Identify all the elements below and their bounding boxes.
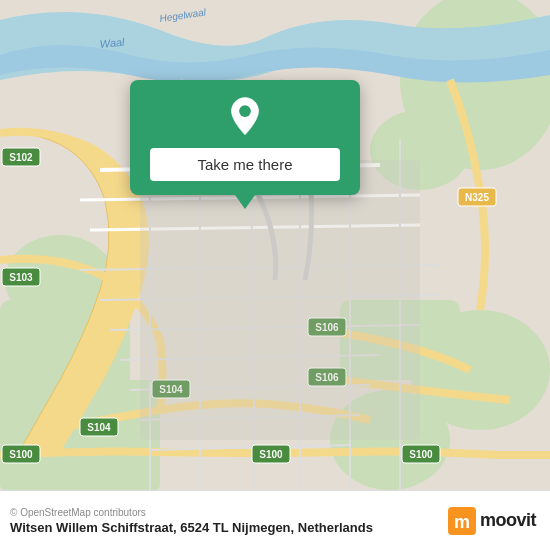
svg-text:S104: S104	[87, 422, 111, 433]
svg-text:S100: S100	[409, 449, 433, 460]
svg-text:S102: S102	[9, 152, 33, 163]
moovit-label: moovit	[480, 510, 536, 531]
location-popup: Take me there	[130, 80, 360, 195]
address-block: © OpenStreetMap contributors Witsen Will…	[10, 507, 373, 535]
moovit-icon: m	[448, 507, 476, 535]
svg-text:N325: N325	[465, 192, 489, 203]
location-pin-icon	[224, 96, 266, 138]
bottom-info-bar: © OpenStreetMap contributors Witsen Will…	[0, 490, 550, 550]
address-text: Witsen Willem Schiffstraat, 6524 TL Nijm…	[10, 520, 373, 535]
svg-text:S100: S100	[9, 449, 33, 460]
svg-text:m: m	[454, 512, 470, 532]
svg-text:S100: S100	[259, 449, 283, 460]
map-svg: S102 S103 N325 S104 S104 S106 S106 S100 …	[0, 0, 550, 490]
svg-rect-48	[140, 160, 420, 440]
svg-text:S103: S103	[9, 272, 33, 283]
map-area: S102 S103 N325 S104 S104 S106 S106 S100 …	[0, 0, 550, 490]
svg-point-49	[239, 105, 251, 117]
take-me-there-button[interactable]: Take me there	[150, 148, 340, 181]
osm-credit: © OpenStreetMap contributors	[10, 507, 373, 518]
svg-text:Waal: Waal	[99, 36, 125, 50]
moovit-logo: m moovit	[448, 507, 536, 535]
